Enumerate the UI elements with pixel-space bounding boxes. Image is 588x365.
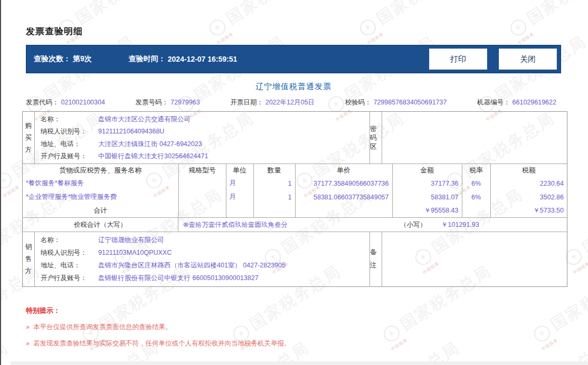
items-header-row: 货物或应税劳务、服务名称 规格型号 单位 数量 单价 金额 税率 税额	[23, 164, 567, 177]
result-toolbar: 查验次数： 第9次 查验时间： 2024-12-07 16:59:51 打印 关…	[26, 45, 561, 73]
check-count-label: 查验次数：	[34, 54, 71, 64]
remarks-area	[382, 232, 567, 286]
window-left-edge	[0, 0, 1, 365]
col-spec: 规格型号	[178, 164, 226, 177]
page-title: 发票查验明细	[26, 25, 578, 37]
seller-address-row: 地址、电话：盘锦市兴隆台区庄林路西（市客运站四楼401室） 0427-28239…	[35, 260, 369, 271]
buyer-info: 名称：盘锦市大洼区公共交通有限公司 纳税人识别号：912111210640943…	[35, 112, 370, 164]
amount-lowercase: （小写）￥101291.93	[400, 218, 479, 232]
total-in-words-row: 价税合计（大写） ⊗壹拾万壹仟贰佰玖拾壹圆玖角叁分 （小写）￥101291.93	[23, 217, 567, 232]
col-price: 单价	[295, 164, 392, 177]
table-row: *企业管理服务*物业管理服务费 月 1 58381.06603773584905…	[23, 190, 567, 204]
buyer-section: 购买方 名称：盘锦市大洼区公共交通有限公司 纳税人识别号：91211121064…	[23, 112, 567, 164]
notice-bullet: »	[26, 340, 30, 347]
seller-side-label: 销售方	[23, 232, 35, 286]
seller-bank-row: 开户行及账号：盘锦银行股份有限公司中银支行 660050130900013827	[35, 272, 369, 284]
invoice-body: 购买方 名称：盘锦市大洼区公共交通有限公司 纳税人识别号：91211121064…	[22, 111, 567, 287]
items-table: 货物或应税劳务、服务名称 规格型号 单位 数量 单价 金额 税率 税额 *餐饮服…	[23, 164, 567, 217]
notice-bullet: »	[26, 323, 30, 331]
password-area-label: 密码区	[370, 112, 382, 164]
col-unit: 单位	[226, 164, 253, 177]
machine-number: 机器编号：661029619622	[477, 98, 556, 107]
buyer-name-row: 名称：盘锦市大洼区公共交通有限公司	[35, 113, 369, 125]
total-amount: ￥95558.43	[392, 204, 462, 217]
watermark-text: 国家税务总局	[578, 184, 588, 259]
buyer-side-label: 购买方	[23, 112, 35, 164]
check-time-label: 查验时间：	[129, 54, 166, 64]
invoice-date: 开票日期：2022年12月05日	[230, 98, 315, 107]
total-in-words-label: 价税合计（大写）	[23, 218, 178, 232]
items-total-row: 合计 ￥95558.43 ￥5733.50	[23, 204, 567, 217]
buyer-bank-row: 开户行及账号：中国银行盘锦大洼支行302564624471	[35, 150, 369, 162]
invoice-verification-page: ✳中国税务国家税务总局✳中国税务国家税务总局✳中国税务国家税务总局✳中国税务国家…	[0, 0, 588, 365]
horizontal-scrollbar[interactable]	[11, 361, 588, 365]
col-rate: 税率	[462, 164, 490, 177]
seller-taxid-row: 纳税人识别号：91211103MA10QPUXXC	[35, 247, 369, 258]
seller-info: 名称：辽宁德晟物业有限公司 纳税人识别号：91211103MA10QPUXXC …	[35, 232, 370, 286]
buyer-address-row: 地址、电话：大洼区大洼镇珠江街 0427-6942023	[35, 138, 369, 150]
col-qty: 数量	[253, 164, 295, 177]
notice-title: 特别提示：	[26, 306, 578, 315]
col-name: 货物或应税劳务、服务名称	[23, 164, 178, 177]
col-tax: 税额	[490, 164, 567, 177]
invoice-title: 辽宁增值税普通发票	[26, 82, 561, 92]
notice-line-2: »若发现发票查验结果与实际交易不符，任何单位或个人有权拒收并向当地税务机关举报。	[26, 339, 578, 348]
seller-section: 销售方 名称：辽宁德晟物业有限公司 纳税人识别号：91211103MA10QPU…	[23, 232, 567, 286]
buyer-taxid-row: 纳税人识别号：91211121064094368U	[35, 126, 369, 137]
check-code: 校验码：72998576834050691737	[345, 98, 447, 107]
check-time-value: 2024-12-07 16:59:51	[168, 55, 238, 63]
print-button[interactable]: 打印	[429, 49, 487, 70]
password-area	[382, 112, 567, 164]
total-tax: ￥5733.50	[490, 204, 567, 217]
invoice-number: 发票号码：72979963	[136, 98, 200, 107]
toolbar-buttons: 打印 关闭	[429, 49, 557, 70]
remarks-label: 备注	[370, 232, 382, 286]
invoice-code: 发票代码：021002100304	[26, 98, 105, 107]
notice-line-1: »本平台仅提供所查询发票票面信息的查验结果。	[26, 323, 578, 332]
check-count-value: 第9次	[73, 54, 92, 64]
close-button[interactable]: 关闭	[499, 49, 557, 70]
total-label: 合计	[23, 204, 178, 217]
amount-uppercase: ⊗壹拾万壹仟贰佰玖拾壹圆玖角叁分	[178, 221, 288, 228]
total-in-words-value: ⊗壹拾万壹仟贰佰玖拾壹圆玖角叁分 （小写）￥101291.93	[178, 218, 567, 232]
invoice-meta-row: 发票代码：021002100304 发票号码：72979963 开票日期：202…	[26, 98, 556, 107]
seller-name-row: 名称：辽宁德晟物业有限公司	[35, 234, 369, 246]
col-amount: 金额	[392, 164, 462, 177]
special-notice: 特别提示： »本平台仅提供所查询发票票面信息的查验结果。 »若发现发票查验结果与…	[26, 306, 578, 348]
table-row: *餐饮服务*餐标服务 月 1 37177.358490566037736 371…	[23, 177, 567, 190]
